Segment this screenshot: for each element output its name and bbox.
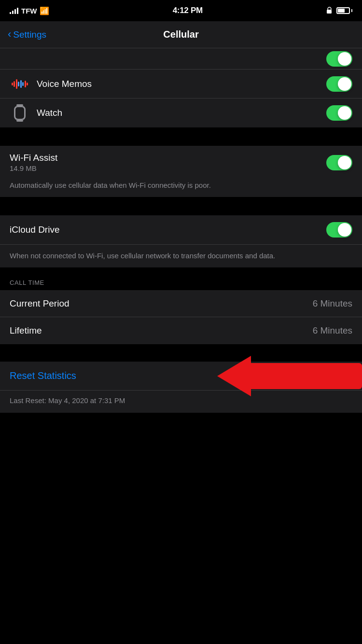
wifi-assist-label: Wi-Fi Assist xyxy=(10,153,57,163)
reset-statistics-section: Reset Statistics Last Reset: May 4, 2020… xyxy=(0,362,362,413)
lifetime-value: 6 Minutes xyxy=(313,325,352,336)
status-left: TFW 📶 xyxy=(10,6,49,15)
call-time-section: CALL TIME Current Period 6 Minutes Lifet… xyxy=(0,268,362,344)
watch-row: Watch xyxy=(0,98,362,127)
watch-left: Watch xyxy=(10,103,62,123)
partial-toggle[interactable] xyxy=(326,51,352,67)
wifi-assist-toggle[interactable] xyxy=(326,155,352,170)
icloud-drive-description: When not connected to Wi-Fi, use cellula… xyxy=(0,245,362,267)
lifetime-label: Lifetime xyxy=(10,325,42,336)
waveform-icon xyxy=(12,77,28,91)
status-bar: TFW 📶 4:12 PM xyxy=(0,0,362,21)
reset-statistics-button[interactable]: Reset Statistics xyxy=(10,370,76,381)
content: Voice Memos Watch Wi-Fi Assist xyxy=(0,48,362,413)
icloud-drive-toggle[interactable] xyxy=(326,222,352,238)
watch-toggle[interactable] xyxy=(326,105,352,121)
lifetime-row: Lifetime 6 Minutes xyxy=(0,317,362,344)
current-period-label: Current Period xyxy=(10,298,70,309)
reset-statistics-row[interactable]: Reset Statistics xyxy=(0,362,362,391)
battery-icon xyxy=(336,7,352,14)
wifi-assist-section: Wi-Fi Assist 14.9 MB Automatically use c… xyxy=(0,146,362,197)
wifi-assist-description: Automatically use cellular data when Wi-… xyxy=(0,174,362,197)
icloud-drive-label: iCloud Drive xyxy=(10,224,59,235)
back-label: Settings xyxy=(13,29,46,40)
page-title: Cellular xyxy=(163,29,198,40)
current-period-row: Current Period 6 Minutes xyxy=(0,290,362,317)
spacer-2 xyxy=(0,198,362,215)
voice-memos-row: Voice Memos xyxy=(0,70,362,98)
wifi-assist-info: Wi-Fi Assist 14.9 MB xyxy=(10,153,57,172)
signal-bars-icon xyxy=(10,7,18,14)
voice-memos-section: Voice Memos Watch xyxy=(0,70,362,127)
back-button[interactable]: ‹ Settings xyxy=(8,28,46,41)
red-arrow-annotation xyxy=(217,356,362,396)
wifi-assist-row: Wi-Fi Assist 14.9 MB xyxy=(0,146,362,174)
wifi-icon: 📶 xyxy=(40,6,49,15)
spacer-1 xyxy=(0,128,362,146)
watch-icon xyxy=(10,103,30,123)
voice-memos-left: Voice Memos xyxy=(10,74,92,94)
voice-memos-toggle[interactable] xyxy=(326,76,352,92)
voice-memos-label: Voice Memos xyxy=(37,79,92,89)
voice-memos-icon xyxy=(10,74,30,94)
status-time: 4:12 PM xyxy=(173,6,203,15)
nav-bar: ‹ Settings Cellular xyxy=(0,21,362,48)
svg-rect-0 xyxy=(327,10,332,14)
partial-top-row xyxy=(0,48,362,70)
call-time-rows: Current Period 6 Minutes Lifetime 6 Minu… xyxy=(0,290,362,344)
status-right xyxy=(326,7,352,15)
call-time-header: CALL TIME xyxy=(0,268,362,290)
icloud-drive-section: iCloud Drive When not connected to Wi-Fi… xyxy=(0,215,362,267)
back-chevron-icon: ‹ xyxy=(8,28,11,41)
lock-icon xyxy=(326,7,333,15)
current-period-value: 6 Minutes xyxy=(313,298,352,309)
last-reset-row: Last Reset: May 4, 2020 at 7:31 PM xyxy=(0,391,362,413)
wifi-assist-data: 14.9 MB xyxy=(10,164,57,172)
icloud-drive-row: iCloud Drive xyxy=(0,215,362,245)
carrier-label: TFW xyxy=(21,7,37,15)
watch-label: Watch xyxy=(37,108,62,118)
last-reset-text: Last Reset: May 4, 2020 at 7:31 PM xyxy=(10,396,125,405)
